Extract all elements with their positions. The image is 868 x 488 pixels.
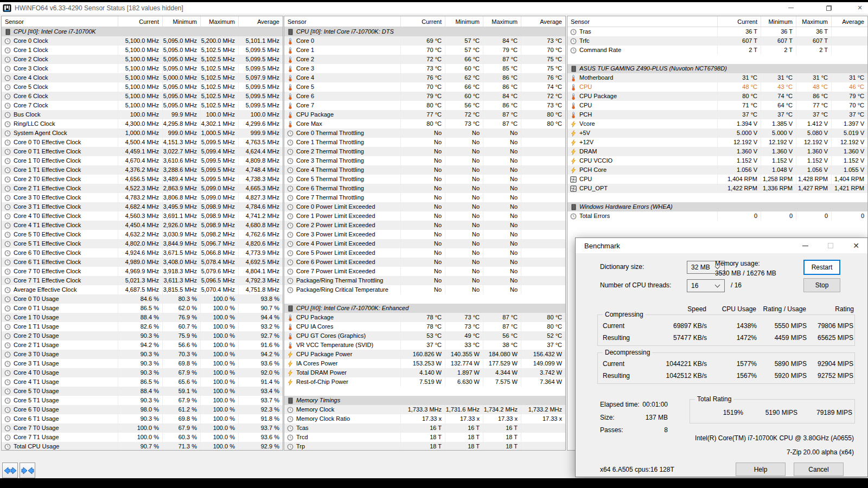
sensor-row[interactable]: Core 2 T1 Effective Clock4,522.3 MHz2,86… — [2, 184, 283, 193]
sensor-row[interactable]: Core 2 T0 Effective Clock4,656.5 MHz3,48… — [2, 175, 283, 184]
sensor-row[interactable]: CPU Package Power160.826 W140.355 W184.0… — [284, 350, 565, 359]
sensor-row[interactable]: Core 5 Clock5,100.0 MHz5,095.0 MHz5,102.… — [2, 82, 283, 92]
sensor-row[interactable]: Core 1 Clock5,100.0 MHz5,095.0 MHz5,102.… — [2, 46, 283, 55]
section-row[interactable]: CPU [#0]: Intel Core i7-10700K — [2, 27, 283, 36]
sensor-row[interactable]: CPU1,404 RPM1,258 RPM1,428 RPM1,404 RPM — [567, 175, 867, 184]
sensor-row[interactable]: Core 1 T0 Usage88.4 %76.9 %100.0 %94.4 % — [2, 313, 283, 322]
expand-columns-button[interactable] — [2, 463, 18, 478]
close-button[interactable]: ✕ — [852, 2, 868, 14]
benchmark-minimize-button[interactable] — [797, 238, 813, 253]
sensor-row[interactable]: Core 780 °C56 °C86 °C73 °C — [284, 101, 565, 110]
minimize-button[interactable] — [783, 2, 799, 14]
sensor-row[interactable]: Package/Ring Thermal ThrottlingNoNoNo — [284, 276, 565, 285]
sensor-row[interactable]: VR VCC Temperature (SVID)37 °C33 °C38 °C… — [284, 341, 565, 350]
sensor-row[interactable]: Core 7 T0 Effective Clock4,969.9 MHz3,91… — [2, 267, 283, 276]
sensor-row[interactable]: Core 4 T0 Usage90.3 %67.9 %100.0 %92.0 % — [2, 368, 283, 377]
sensor-row[interactable]: Core 3 Thermal ThrottlingNoNoNo — [284, 156, 565, 165]
sensor-row[interactable]: Rest-of-Chip Power7.519 W6.630 W7.575 W7… — [284, 377, 565, 387]
sensor-row[interactable]: Core 7 Thermal ThrottlingNoNoNo — [284, 193, 565, 202]
sensor-row[interactable]: CPU_OPT1,422 RPM1,336 RPM1,427 RPM1,421 … — [567, 184, 867, 193]
sensor-row[interactable]: CPU Package78 °C73 °C87 °C80 °C — [284, 313, 565, 322]
sensor-row[interactable]: Core 5 T0 Usage88.4 %59.1 %100.0 %93.4 % — [2, 387, 283, 396]
sensor-row[interactable]: Core 3 T0 Usage90.3 %70.3 %100.0 %94.2 % — [2, 350, 283, 359]
sensor-row[interactable]: Core 170 °C57 °C79 °C70 °C — [284, 46, 565, 55]
sensor-row[interactable]: PCH Core1.056 V1.048 V1.056 V1.055 V — [567, 165, 867, 175]
sensor-row[interactable]: Core 3 T1 Effective Clock4,682.4 MHz3,49… — [2, 202, 283, 211]
column-header-minimum[interactable]: Minimum — [162, 16, 200, 27]
sensor-row[interactable]: CPU Package77 °C72 °C87 °C80 °C — [284, 110, 565, 119]
sensor-row[interactable]: Core 3 T1 Usage90.3 %69.8 %100.0 %93.6 % — [2, 359, 283, 368]
section-row[interactable]: Memory Timings — [284, 396, 565, 405]
column-header-maximum[interactable]: Maximum — [483, 16, 521, 27]
column-header-minimum[interactable]: Minimum — [761, 16, 796, 27]
sensor-row[interactable]: Core 7 Power Limit ExceededNoNoNo — [284, 267, 565, 276]
sensor-row[interactable]: Tras36 T36 T36 T — [567, 27, 867, 36]
sensor-row[interactable]: Package/Ring Critical TemperatureNoNoNo — [284, 285, 565, 294]
sensor-row[interactable]: Core 5 Power Limit ExceededNoNoNo — [284, 248, 565, 258]
sensor-row[interactable]: Core 2 Power Limit ExceededNoNoNo — [284, 221, 565, 230]
sensor-row[interactable]: Core 7 T0 Usage100.0 %67.9 %100.0 %93.7 … — [2, 423, 283, 433]
sensor-row[interactable]: IA Cores Power153.253 W132.774 W177.529 … — [284, 359, 565, 368]
sensor-row[interactable]: Total CPU Usage90.7 %71.3 %100.0 %92.9 % — [2, 442, 283, 451]
collapse-columns-button[interactable] — [20, 463, 35, 478]
sensor-row[interactable]: Core 4 T1 Effective Clock4,450.4 MHz2,92… — [2, 221, 283, 230]
sensor-row[interactable]: +5V5.000 V5.000 V5.080 V5.019 V — [567, 129, 867, 138]
sensor-row[interactable]: Core 6 T0 Usage98.0 %61.2 %100.0 %92.3 % — [2, 405, 283, 414]
sensor-row[interactable]: Core 0 Thermal ThrottlingNoNoNo — [284, 129, 565, 138]
column-header-current[interactable]: Current — [118, 16, 162, 27]
sensor-row[interactable]: Command Rate2 T2 T2 T — [567, 46, 867, 55]
section-row[interactable]: CPU [#0]: Intel Core i7-10700K: Enhanced — [284, 304, 565, 313]
sensor-row[interactable]: Core 069 °C57 °C84 °C73 °C — [284, 36, 565, 46]
sensor-row[interactable]: Core 5 T0 Effective Clock4,632.2 MHz3,03… — [2, 230, 283, 239]
sensor-row[interactable]: Core 1 T1 Usage82.6 %60.7 %100.0 %93.2 % — [2, 322, 283, 331]
sensor-row[interactable]: Core 1 Thermal ThrottlingNoNoNo — [284, 138, 565, 147]
cpu-threads-select[interactable]: 16 — [687, 279, 725, 292]
restart-button[interactable]: Restart — [803, 260, 840, 275]
sensor-row[interactable]: Core 5 T1 Usage90.3 %67.9 %100.0 %93.7 % — [2, 396, 283, 405]
column-header-sensor[interactable]: Sensor — [567, 16, 717, 27]
stop-button[interactable]: Stop — [803, 278, 840, 292]
section-row[interactable]: Windows Hardware Errors (WHEA) — [567, 202, 867, 211]
sensor-row[interactable]: Core 2 Clock5,100.0 MHz5,095.0 MHz5,102.… — [2, 55, 283, 64]
sensor-row[interactable]: Tcas16 T16 T16 T — [284, 423, 565, 433]
sensor-row[interactable]: Memory Clock Ratio17.33 x17.33 x17.33 x1… — [284, 414, 565, 423]
sensor-row[interactable]: CPU48 °C43 °C48 °C46 °C — [567, 82, 867, 92]
sensor-row[interactable]: Core 0 Clock5,100.0 MHz5,095.0 MHz5,200.… — [2, 36, 283, 46]
sensor-row[interactable]: Core 5 T1 Effective Clock4,802.0 MHz3,84… — [2, 239, 283, 248]
sensor-row[interactable]: Memory Clock1,733.3 MHz1,731.6 MHz1,734.… — [284, 405, 565, 414]
column-header-sensor[interactable]: Sensor — [2, 16, 118, 27]
sensor-row[interactable]: Core 3 Clock5,100.0 MHz5,095.0 MHz5,102.… — [2, 64, 283, 73]
sensor-row[interactable]: CPU GT Cores (Graphics)53 °C49 °C56 °C52… — [284, 331, 565, 341]
cancel-button[interactable]: Cancel — [794, 463, 844, 476]
sensor-row[interactable]: Ring/LLC Clock4,300.0 MHz4,295.8 MHz4,30… — [2, 119, 283, 129]
sensor-row[interactable]: Core 2 T1 Usage94.2 %56.6 %100.0 %91.6 % — [2, 341, 283, 350]
sensor-row[interactable]: Core 1 T0 Effective Clock4,670.4 MHz3,61… — [2, 156, 283, 165]
sensor-row[interactable]: CPU IA Cores78 °C73 °C87 °C80 °C — [284, 322, 565, 331]
benchmark-titlebar[interactable]: Benchmark ✕ — [576, 238, 867, 253]
sensor-row[interactable]: Core 4 T0 Effective Clock4,560.3 MHz3,69… — [2, 211, 283, 221]
sensor-row[interactable]: Core 4 Power Limit ExceededNoNoNo — [284, 239, 565, 248]
sensor-row[interactable]: Core 0 T1 Effective Clock4,459.1 MHz3,02… — [2, 147, 283, 156]
section-row[interactable]: CPU [#0]: Intel Core i7-10700K: DTS — [284, 27, 565, 36]
sensor-row[interactable]: CPU71 °C64 °C77 °C70 °C — [567, 101, 867, 110]
sensor-row[interactable]: Core 5 Thermal ThrottlingNoNoNo — [284, 175, 565, 184]
hwinfo-titlebar[interactable]: HWiNFO64 v6.33-4290 Sensor Status [182 v… — [0, 2, 868, 14]
sensor-row[interactable]: Core 2 Thermal ThrottlingNoNoNo — [284, 147, 565, 156]
sensor-row[interactable]: Average Effective Clock4,687.5 MHz3,815.… — [2, 285, 283, 294]
benchmark-maximize-button[interactable] — [822, 238, 839, 253]
sensor-row[interactable]: Core 4 Thermal ThrottlingNoNoNo — [284, 165, 565, 175]
sensor-row[interactable]: DRAM1.360 V1.360 V1.360 V1.360 V — [567, 147, 867, 156]
sensor-row[interactable]: Core 0 T0 Usage84.6 %80.3 %100.0 %93.8 % — [2, 294, 283, 304]
sensor-row[interactable]: Core 7 T1 Usage100.0 %60.3 %100.0 %93.6 … — [2, 433, 283, 442]
sensor-row[interactable]: Core 679 °C60 °C84 °C72 °C — [284, 92, 565, 101]
sensor-row[interactable]: Core 272 °C66 °C87 °C75 °C — [284, 55, 565, 64]
sensor-row[interactable]: Vcore1.394 V1.385 V1.412 V1.397 V — [567, 119, 867, 129]
column-header-current[interactable]: Current — [400, 16, 445, 27]
sensor-row[interactable]: Core Max80 °C73 °C87 °C80 °C — [284, 119, 565, 129]
help-button[interactable]: Help — [736, 463, 786, 476]
column-header-current[interactable]: Current — [717, 16, 761, 27]
sensor-row[interactable]: Core 3 T0 Effective Clock4,783.2 MHz3,80… — [2, 193, 283, 202]
sensor-row[interactable]: Total DRAM Power4.140 W1.897 W4.344 W3.7… — [284, 368, 565, 377]
sensor-row[interactable]: Core 4 T1 Usage86.5 %65.6 %100.0 %91.4 % — [2, 377, 283, 387]
sensor-row[interactable]: Core 2 T0 Usage90.3 %75.9 %100.0 %92.7 % — [2, 331, 283, 341]
